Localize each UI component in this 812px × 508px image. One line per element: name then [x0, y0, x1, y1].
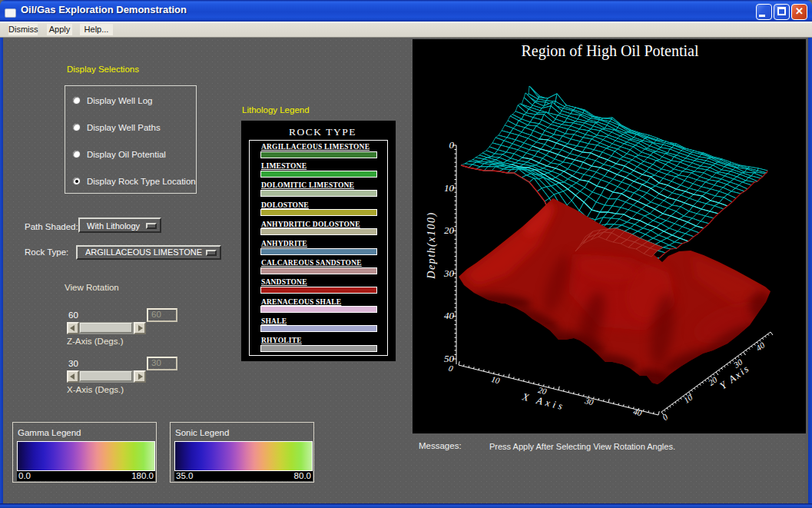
svg-text:Depth(x100): Depth(x100)	[426, 211, 438, 279]
svg-text:30: 30	[443, 267, 455, 279]
svg-text:20: 20	[444, 224, 455, 236]
svg-text:0: 0	[449, 139, 455, 151]
svg-text:10: 10	[444, 182, 455, 194]
svg-text:Region of High Oil Potential: Region of High Oil Potential	[521, 42, 699, 60]
svg-text:50: 50	[444, 353, 455, 364]
svg-text:40: 40	[444, 310, 455, 321]
